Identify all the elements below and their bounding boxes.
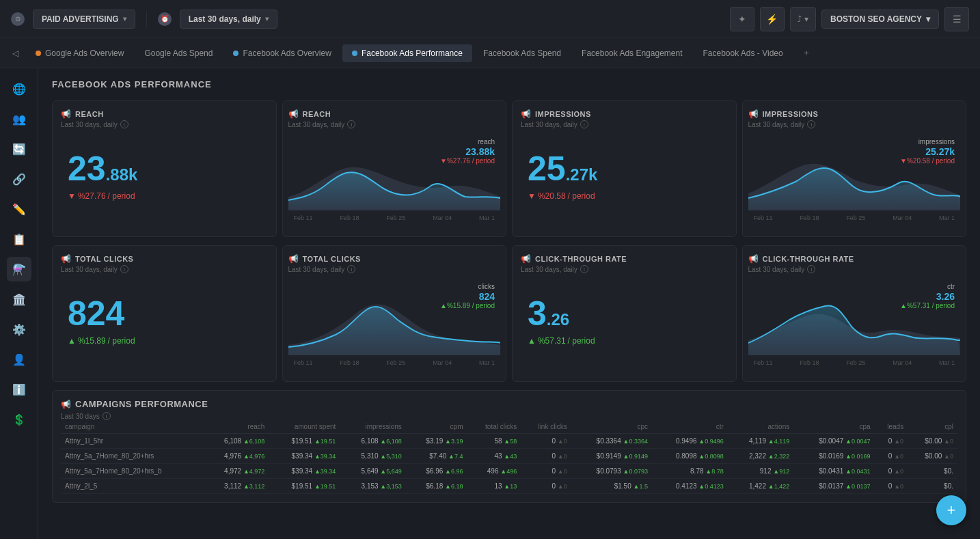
sidebar-icon-dollar[interactable]: 💲 [7,407,31,432]
cell-reach: 4,972 ▲4,972 [203,464,269,479]
cell-ctr: 8.78 ▲8.78 [652,464,728,479]
metric-title: REACH [303,110,331,118]
metric-period: Last 30 days, daily i [748,265,961,273]
chart-svg [288,294,501,355]
tab-google-overview[interactable]: Google Ads Overview [26,44,133,62]
info-icon: i [347,265,355,273]
cell-ctr: 0.4123 ▲0.4123 [652,479,728,494]
tab-facebook-spend[interactable]: Facebook Ads Spend [474,44,571,62]
change-value: %27.76 [78,191,106,201]
col-cpm: cpm [406,420,467,434]
lightning-btn[interactable]: ⚡ [760,7,785,31]
sidebar-icon-edit[interactable]: ✏️ [7,197,31,221]
cell-cpm: $6.96 ▲6.96 [406,464,467,479]
date-dropdown[interactable]: Last 30 days, daily ▾ [180,10,277,29]
col-cpc: cpc [571,420,652,434]
change-suffix: / period [108,191,135,201]
sidebar-icon-clipboard[interactable]: 📋 [7,227,31,251]
metric-title: TOTAL CLICKS [75,255,133,263]
date-icon: ⏰ [158,12,172,26]
menu-btn[interactable]: ☰ [944,7,969,31]
cell-cpm: $6.18 ▲6.18 [406,479,467,494]
metric-clicks-big: 📢 TOTAL CLICKS Last 30 days, daily i 824… [52,245,277,382]
cell-total-clicks: 43 ▲43 [467,449,521,464]
table-row: Attny_1l_5hr 6,108 ▲6,108 $19.51 ▲19.51 … [61,434,957,449]
cell-reach: 4,976 ▲4,976 [203,449,269,464]
main-content: FACEBOOK ADS PERFORMANCE 📢 REACH Last 30… [38,68,980,539]
share-btn[interactable]: ⤴ ▾ [790,7,816,31]
fab-button[interactable]: + [936,495,966,525]
table-row: Attny_2l_5 3,112 ▲3,112 $19.51 ▲19.51 3,… [61,479,957,494]
table-row: Attny_5a_7Home_80_20+hrs_b 4,972 ▲4,972 … [61,464,957,479]
cell-leads: 0 ▲0 [875,449,908,464]
metric-impressions-chart: 📢 IMPRESSIONS Last 30 days, daily i impr… [742,100,967,237]
tab-facebook-engagement[interactable]: Facebook Ads Engagement [572,44,692,62]
section-dropdown[interactable]: PAID ADVERTISING ▾ [33,10,135,29]
cell-cpl: $0.00 ▲0 [908,434,957,449]
sidebar-icon-gear[interactable]: ⚙️ [7,317,31,342]
info-icon: i [103,412,111,420]
sidebar-icon-refresh[interactable]: 🔄 [7,137,31,161]
arrow-icon [68,191,76,201]
value-main: 824 [68,294,124,333]
tab-label: Google Ads Spend [144,49,213,58]
cell-leads: 0 ▲0 [875,434,908,449]
sidebar-icon-globe[interactable]: 🌐 [7,77,31,101]
metric-header: 📢 TOTAL CLICKS [288,254,501,264]
metric-value: 25 .27k [528,149,728,189]
metric-value: 824 [68,294,268,333]
sidebar-icon-user[interactable]: 👤 [7,347,31,372]
metric-icon: 📢 [288,109,299,119]
tab-add-btn[interactable]: ＋ [797,44,816,63]
cell-reach: 6,108 ▲6,108 [203,434,269,449]
arrow-icon [68,336,76,346]
metric-period: Last 30 days, daily i [521,265,728,273]
sidebar-icon-flask[interactable]: ⚗️ [7,257,31,281]
tab-label: Facebook Ads Performance [362,49,463,58]
tab-label: Google Ads Overview [45,49,124,58]
metric-value: 3 .26 [528,294,728,333]
metric-impressions-big: 📢 IMPRESSIONS Last 30 days, daily i 25 .… [512,100,737,237]
chart-svg [288,149,501,210]
cell-cpa: $0.0431 ▲0.0431 [793,464,874,479]
sidebar-icon-info[interactable]: ℹ️ [7,377,31,402]
sidebar-icon-building[interactable]: 🏛️ [7,287,31,312]
metric-ctr-big: 📢 CLICK-THROUGH RATE Last 30 days, daily… [512,245,737,382]
tab-facebook-video[interactable]: Facebook Ads - Video [693,44,792,62]
value-main: 3 [528,294,547,333]
sidebar-icon-link[interactable]: 🔗 [7,167,31,191]
tab-dot [36,51,41,56]
cell-actions: 4,119 ▲4,119 [728,434,793,449]
col-ctr: ctr [652,420,728,434]
info-icon: i [807,265,815,273]
metric-header: 📢 CLICK-THROUGH RATE [748,254,961,264]
arrow-icon [528,191,536,201]
metric-icon: 📢 [61,254,71,264]
metric-header: 📢 CLICK-THROUGH RATE [521,254,728,264]
cell-reach: 3,112 ▲3,112 [203,479,269,494]
cell-actions: 1,422 ▲1,422 [728,479,793,494]
table-row: Attny_5a_7Home_80_20+hrs 4,976 ▲4,976 $3… [61,449,957,464]
metric-period: Last 30 days, daily i [61,265,268,273]
magic-btn[interactable]: ✦ [730,7,754,31]
metric-reach-big: 📢 REACH Last 30 days, daily i 23 .88k %2… [52,100,277,237]
cell-cpl: $0.00 ▲0 [908,449,957,464]
cell-cpa: $0.0169 ▲0.0169 [793,449,874,464]
col-link-clicks: link clicks [521,420,571,434]
tab-google-spend[interactable]: Google Ads Spend [135,44,222,62]
info-icon: i [120,120,128,128]
sidebar: 🌐 👥 🔄 🔗 ✏️ 📋 ⚗️ 🏛️ ⚙️ 👤 ℹ️ 💲 [0,68,38,539]
metric-period: Last 30 days, daily i [748,120,961,128]
sidebar-icon-users[interactable]: 👥 [7,107,31,131]
tab-facebook-performance[interactable]: Facebook Ads Performance [342,44,472,62]
cell-spent: $19.51 ▲19.51 [269,434,340,449]
campaigns-period: Last 30 days i [61,412,957,420]
top-bar: ⊙ PAID ADVERTISING ▾ ⏰ Last 30 days, dai… [0,0,980,38]
campaigns-table: campaign reach amount spent impressions … [61,420,957,494]
info-icon: i [120,265,128,273]
cell-campaign: Attny_5a_7Home_80_20+hrs [61,449,203,464]
tab-facebook-overview[interactable]: Facebook Ads Overview [223,44,340,62]
tab-back-btn[interactable]: ◁ [5,44,25,63]
agency-dropdown[interactable]: BOSTON SEO AGENCY ▾ [821,10,939,29]
date-label: Last 30 days, daily [189,14,261,24]
